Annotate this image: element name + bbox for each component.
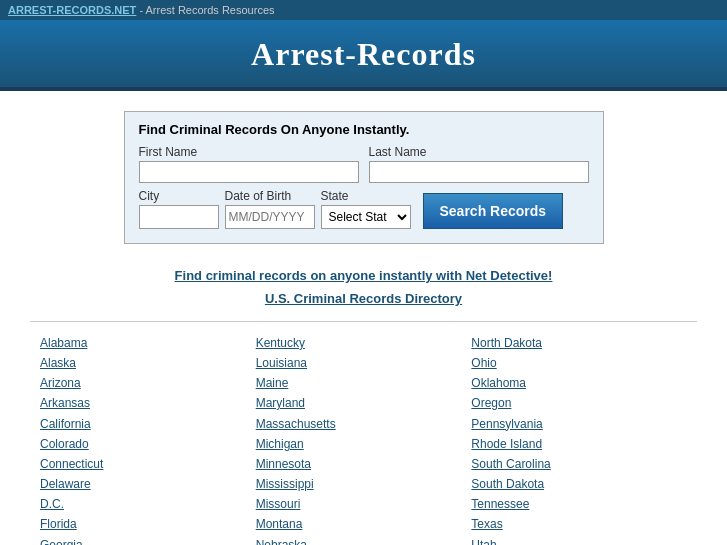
state-link[interactable]: Oregon [471,394,687,413]
search-form-box: Find Criminal Records On Anyone Instantl… [124,111,604,244]
state-link[interactable]: Mississippi [256,475,472,494]
state-link[interactable]: Colorado [40,435,256,454]
last-name-input[interactable] [369,161,589,183]
state-link[interactable]: Kentucky [256,334,472,353]
city-label: City [139,189,219,203]
content-divider [30,321,697,322]
dob-label: Date of Birth [225,189,315,203]
state-link[interactable]: Minnesota [256,455,472,474]
state-link[interactable]: Texas [471,515,687,534]
name-row: First Name Last Name [139,145,589,183]
state-link[interactable]: California [40,415,256,434]
main-content: Find Criminal Records On Anyone Instantl… [0,91,727,545]
state-link[interactable]: Arkansas [40,394,256,413]
state-label: State [321,189,411,203]
state-link[interactable]: Pennsylvania [471,415,687,434]
state-link[interactable]: Florida [40,515,256,534]
state-link[interactable]: South Dakota [471,475,687,494]
first-name-label: First Name [139,145,359,159]
state-link[interactable]: North Dakota [471,334,687,353]
state-link[interactable]: Oklahoma [471,374,687,393]
state-link[interactable]: Georgia [40,536,256,545]
state-link[interactable]: Maine [256,374,472,393]
search-records-button[interactable]: Search Records [423,193,564,229]
state-link[interactable]: D.C. [40,495,256,514]
state-link[interactable]: Louisiana [256,354,472,373]
state-link[interactable]: Arizona [40,374,256,393]
state-link[interactable]: Rhode Island [471,435,687,454]
search-form-title: Find Criminal Records On Anyone Instantl… [139,122,589,137]
city-input[interactable] [139,205,219,229]
last-name-field: Last Name [369,145,589,183]
site-desc: - Arrest Records Resources [136,4,274,16]
dob-input[interactable] [225,205,315,229]
state-link[interactable]: Alabama [40,334,256,353]
top-bar: ARREST-RECORDS.NET - Arrest Records Reso… [0,0,727,20]
site-title: Arrest-Records [0,36,727,73]
state-col-1: AlabamaAlaskaArizonaArkansasCaliforniaCo… [40,334,256,545]
site-header: Arrest-Records [0,20,727,87]
first-name-field: First Name [139,145,359,183]
state-link[interactable]: South Carolina [471,455,687,474]
state-link[interactable]: Ohio [471,354,687,373]
state-link[interactable]: Massachusetts [256,415,472,434]
state-link[interactable]: Connecticut [40,455,256,474]
state-select[interactable]: Select Stat Alabama Alaska Arizona Arkan… [321,205,411,229]
state-link[interactable]: Maryland [256,394,472,413]
state-col-3: North DakotaOhioOklahomaOregonPennsylvan… [471,334,687,545]
details-row: City Date of Birth State Select Stat Ala… [139,189,589,229]
directory-link[interactable]: U.S. Criminal Records Directory [30,287,697,310]
city-field: City [139,189,219,229]
last-name-label: Last Name [369,145,589,159]
state-link[interactable]: Montana [256,515,472,534]
state-link[interactable]: Nebraska [256,536,472,545]
state-field: State Select Stat Alabama Alaska Arizona… [321,189,411,229]
state-link[interactable]: Delaware [40,475,256,494]
state-directory: AlabamaAlaskaArizonaArkansasCaliforniaCo… [30,334,697,545]
state-link[interactable]: Utah [471,536,687,545]
state-link[interactable]: Alaska [40,354,256,373]
net-detective-link[interactable]: Find criminal records on anyone instantl… [30,264,697,287]
state-link[interactable]: Missouri [256,495,472,514]
state-link[interactable]: Michigan [256,435,472,454]
state-col-2: KentuckyLouisianaMaineMarylandMassachuse… [256,334,472,545]
site-link[interactable]: ARREST-RECORDS.NET [8,4,136,16]
links-section: Find criminal records on anyone instantl… [30,264,697,311]
state-link[interactable]: Tennessee [471,495,687,514]
dob-field: Date of Birth [225,189,315,229]
first-name-input[interactable] [139,161,359,183]
